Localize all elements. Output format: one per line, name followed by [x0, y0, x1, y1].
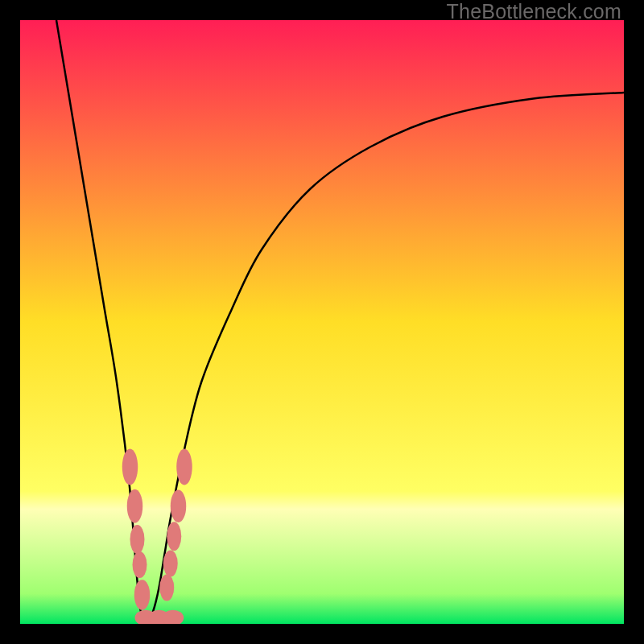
data-marker — [167, 522, 181, 551]
data-marker — [130, 525, 145, 554]
data-marker — [133, 551, 147, 578]
plot-area — [20, 20, 624, 624]
data-marker — [127, 489, 143, 523]
bottleneck-chart — [20, 20, 624, 624]
chart-container: TheBottleneck.com — [0, 0, 644, 644]
data-marker — [171, 490, 187, 523]
data-marker — [159, 575, 174, 601]
data-marker — [122, 449, 138, 485]
data-marker — [176, 449, 192, 485]
gradient-background — [20, 20, 624, 624]
data-marker — [134, 580, 151, 610]
data-marker — [163, 551, 178, 577]
